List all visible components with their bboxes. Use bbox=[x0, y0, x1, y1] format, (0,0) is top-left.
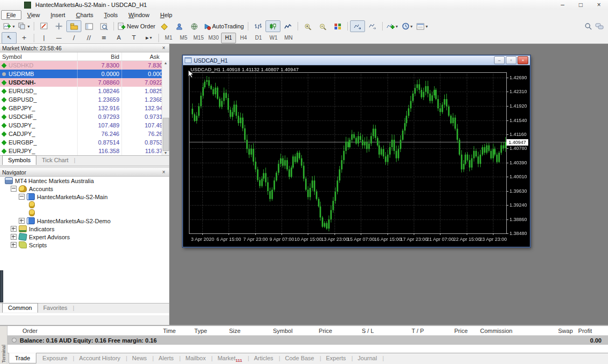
market-watch-tab-symbols[interactable]: Symbols bbox=[2, 155, 36, 165]
column-type[interactable]: Type bbox=[181, 328, 212, 334]
market-watch-row[interactable]: EURUSD_1.082461.08253 bbox=[0, 87, 169, 95]
column-ask[interactable]: Ask bbox=[121, 52, 169, 60]
strategy-tester-toggle-button[interactable] bbox=[96, 20, 111, 32]
column-price[interactable]: Price bbox=[298, 328, 338, 334]
tree-item-hantecmarketsau-s2-demo[interactable]: HantecMarketsAu-S2-Demo bbox=[0, 217, 169, 225]
chart-close-button[interactable]: × bbox=[518, 56, 528, 64]
market-watch-row[interactable]: EURJPY_116.358116.375 bbox=[0, 147, 169, 155]
terminal-tab-journal[interactable]: Journal bbox=[352, 353, 383, 363]
chat-icon[interactable] bbox=[595, 23, 604, 30]
new-order-button[interactable]: New Order bbox=[116, 20, 157, 32]
chart-window[interactable]: USDCAD_H1 – ▫ × USDCAD_H1 1.40918 1.4113… bbox=[183, 55, 530, 247]
scroll-up-icon[interactable]: ▲ bbox=[164, 61, 168, 65]
column-time[interactable]: Time bbox=[140, 328, 181, 334]
crosshair-tool-button[interactable]: + bbox=[17, 32, 32, 44]
column-swap[interactable]: Swap bbox=[518, 328, 578, 334]
terminal-toggle-button[interactable] bbox=[81, 20, 96, 32]
tile-windows-button[interactable] bbox=[330, 20, 345, 32]
timeframe-h1-button[interactable]: H1 bbox=[221, 33, 236, 43]
expand-icon[interactable] bbox=[11, 242, 17, 248]
market-watch-row[interactable]: CADJPY_76.24676.267 bbox=[0, 130, 169, 138]
menu-help[interactable]: Help bbox=[155, 11, 177, 19]
expand-icon[interactable] bbox=[11, 226, 17, 232]
expand-icon[interactable] bbox=[11, 234, 17, 240]
profiles-button[interactable]: ▾ bbox=[17, 20, 32, 32]
options-button[interactable] bbox=[172, 20, 187, 32]
minimize-button[interactable]: – bbox=[553, 0, 572, 10]
text-label-tool-button[interactable]: T bbox=[126, 32, 141, 44]
candlestick-chart-button[interactable] bbox=[265, 20, 280, 32]
zoom-out-button[interactable] bbox=[315, 20, 330, 32]
market-watch-scrollbar[interactable]: ▲ ▼ bbox=[162, 60, 169, 155]
terminal-tab-account-history[interactable]: Account History bbox=[73, 353, 126, 363]
zoom-in-button[interactable] bbox=[300, 20, 315, 32]
expand-icon[interactable] bbox=[19, 218, 25, 224]
vertical-line-tool-button[interactable]: | bbox=[36, 32, 51, 44]
menu-file[interactable]: File bbox=[1, 10, 21, 20]
column-profit[interactable]: Profit bbox=[578, 328, 608, 334]
scrollbar-thumb[interactable] bbox=[163, 118, 169, 151]
timeframe-m30-button[interactable]: M30 bbox=[206, 33, 221, 43]
menu-charts[interactable]: Charts bbox=[71, 11, 98, 19]
channel-tool-button[interactable]: ∕∕ bbox=[81, 32, 96, 44]
terminal-tab-market[interactable]: Market111 bbox=[211, 353, 248, 364]
terminal-tab-trade[interactable]: Trade bbox=[9, 353, 36, 363]
horizontal-line-tool-button[interactable]: — bbox=[51, 32, 66, 44]
menu-view[interactable]: View bbox=[22, 11, 45, 19]
new-chart-button[interactable]: ▾ bbox=[2, 20, 17, 32]
tree-item-scripts[interactable]: Scripts bbox=[0, 241, 169, 249]
templates-dropdown-button[interactable]: ▾ bbox=[415, 20, 430, 32]
navigator-tab-favorites[interactable]: Favorites bbox=[38, 304, 73, 313]
column-price[interactable]: Price bbox=[429, 328, 473, 334]
maximize-button[interactable]: □ bbox=[572, 0, 590, 10]
tree-item-hantecmarketsau-s2-main[interactable]: HantecMarketsAu-S2-Main bbox=[0, 193, 169, 201]
chart-restore-button[interactable]: ▫ bbox=[506, 56, 516, 64]
menu-insert[interactable]: Insert bbox=[45, 11, 70, 19]
timeframe-mn-button[interactable]: MN bbox=[281, 33, 296, 43]
periods-dropdown-button[interactable]: ▾ bbox=[400, 20, 415, 32]
terminal-tab-articles[interactable]: Articles bbox=[248, 353, 279, 363]
candlestick-chart-canvas[interactable] bbox=[183, 65, 529, 246]
community-button[interactable] bbox=[187, 20, 202, 32]
collapse-icon[interactable] bbox=[11, 186, 17, 192]
indicators-dropdown-button[interactable]: ▾ bbox=[385, 20, 400, 32]
terminal-tab-mailbox[interactable]: Mailbox bbox=[179, 353, 211, 363]
line-chart-button[interactable] bbox=[280, 20, 295, 32]
collapse-icon[interactable] bbox=[19, 194, 25, 200]
scroll-down-icon[interactable]: ▼ bbox=[164, 151, 168, 155]
column-bid[interactable]: Bid bbox=[77, 52, 121, 60]
close-button[interactable]: × bbox=[590, 0, 608, 10]
market-watch-row[interactable]: EURGBP_0.875140.87539 bbox=[0, 138, 169, 147]
cursor-tool-button[interactable]: ↖ bbox=[2, 32, 17, 44]
menu-tools[interactable]: Tools bbox=[99, 11, 123, 19]
chart-shift-button[interactable] bbox=[350, 20, 365, 32]
docked-panel-edge[interactable] bbox=[0, 270, 3, 302]
market-watch-row[interactable]: USDCNH-7.088607.09222 bbox=[0, 78, 169, 87]
market-watch-row[interactable]: USDCHF_0.972930.97315 bbox=[0, 112, 169, 121]
close-icon[interactable]: × bbox=[161, 169, 167, 175]
market-watch-tab-tick-chart[interactable]: Tick Chart bbox=[36, 156, 74, 165]
market-watch-row[interactable]: GBPUSD_1.236591.23680 bbox=[0, 95, 169, 104]
market-watch-row[interactable]: USDHKD7.83007.8300 bbox=[0, 61, 169, 70]
timeframe-h4-button[interactable]: H4 bbox=[236, 33, 251, 43]
column-symbol[interactable]: Symbol bbox=[2, 54, 22, 60]
tree-item-expert-advisors[interactable]: Expert Advisors bbox=[0, 233, 169, 241]
timeframe-m15-button[interactable]: M15 bbox=[191, 33, 206, 43]
chart-area[interactable]: USDCAD_H1 1.40918 1.41132 1.40807 1.4094… bbox=[183, 65, 529, 246]
data-window-toggle-button[interactable] bbox=[51, 20, 66, 32]
column-t-p[interactable]: T / P bbox=[379, 328, 429, 334]
column-commission[interactable]: Commission bbox=[473, 328, 518, 334]
market-watch-toggle-button[interactable] bbox=[36, 20, 51, 32]
column-s-l[interactable]: S / L bbox=[338, 328, 379, 334]
chart-autoscroll-button[interactable] bbox=[365, 20, 380, 32]
text-tool-button[interactable]: A bbox=[111, 32, 126, 44]
terminal-tab-alerts[interactable]: Alerts bbox=[153, 353, 179, 363]
metaeditor-button[interactable] bbox=[157, 20, 172, 32]
navigator-tab-common[interactable]: Common bbox=[2, 303, 38, 313]
terminal-tab-code-base[interactable]: Code Base bbox=[279, 353, 320, 363]
terminal-tab-news[interactable]: News bbox=[126, 353, 153, 363]
tree-item-mt4-hantec-markets-australia[interactable]: MT4 Hantec Markets Australia bbox=[0, 177, 169, 185]
chart-window-titlebar[interactable]: USDCAD_H1 – ▫ × bbox=[183, 56, 530, 65]
timeframe-m5-button[interactable]: M5 bbox=[176, 33, 191, 43]
timeframe-w1-button[interactable]: W1 bbox=[266, 33, 281, 43]
